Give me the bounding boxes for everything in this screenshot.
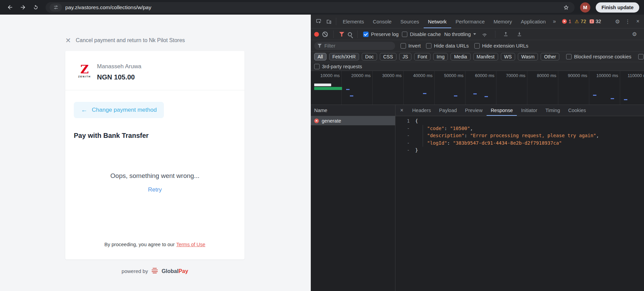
settings-gear-icon[interactable]: ⚙ <box>613 17 622 26</box>
third-party-requests-label: 3rd-party requests <box>322 64 362 69</box>
hide-extension-urls-checkbox[interactable]: Hide extension URLs <box>474 43 528 49</box>
json-close-brace: } <box>415 147 418 153</box>
line-number: - <box>395 147 415 154</box>
detail-tab-preview[interactable]: Preview <box>461 105 487 116</box>
throttling-dropdown[interactable]: No throttling <box>444 32 476 37</box>
chip-doc[interactable]: Doc <box>362 53 377 60</box>
site-settings-icon[interactable] <box>50 3 62 12</box>
hide-data-urls-checkbox[interactable]: Hide data URLs <box>426 43 469 49</box>
preserve-log-checkbox[interactable]: Preserve log <box>363 32 399 37</box>
filter-input-box[interactable] <box>314 42 395 50</box>
chip-all[interactable]: All <box>314 53 326 60</box>
timeline-column: 90000 ms <box>558 71 589 105</box>
errors-badge[interactable]: 1 <box>562 19 571 24</box>
blocked-requests-checkbox[interactable]: Blocked requests <box>638 54 644 59</box>
request-detail-panel: × Headers Payload Preview Response Initi… <box>395 105 644 291</box>
export-har-icon[interactable] <box>514 30 525 39</box>
chip-img[interactable]: Img <box>433 53 448 60</box>
third-party-requests-checkbox[interactable]: 3rd-party requests <box>314 64 362 69</box>
devtools-tab-network[interactable]: Network <box>424 15 451 28</box>
blocked-response-cookies-checkbox[interactable]: Blocked response cookies <box>566 54 631 59</box>
issues-badge[interactable]: 32 <box>590 19 601 24</box>
network-settings: ⚙ <box>630 30 641 39</box>
timeline-label: 50000 ms <box>444 73 463 78</box>
profile-avatar[interactable]: M <box>580 2 590 13</box>
filter-input[interactable] <box>324 43 392 49</box>
table-row-generate[interactable]: generate <box>311 116 395 125</box>
url-bar[interactable]: pay.zivastores.com/collections/w/pay <box>46 2 575 13</box>
devtools-tab-memory[interactable]: Memory <box>489 15 516 28</box>
devtools-tab-sources[interactable]: Sources <box>396 15 424 28</box>
hide-extension-urls-label: Hide extension URLs <box>482 43 528 49</box>
devtools-tab-application[interactable]: Application <box>516 15 550 28</box>
forward-icon[interactable] <box>17 2 29 13</box>
divider <box>336 18 336 25</box>
detail-tab-payload[interactable]: Payload <box>435 105 461 116</box>
json-key: "description" <box>427 133 464 138</box>
chip-font[interactable]: Font <box>414 53 430 60</box>
powered-by-label: powered by <box>122 268 148 274</box>
devtools-tab-elements[interactable]: Elements <box>338 15 369 28</box>
request-error-icon <box>314 119 319 123</box>
import-har-icon[interactable] <box>501 30 511 39</box>
finish-update-button[interactable]: Finish update <box>596 2 639 13</box>
detail-tab-timing[interactable]: Timing <box>541 105 564 116</box>
network-settings-gear-icon[interactable]: ⚙ <box>630 30 639 39</box>
warnings-badge[interactable]: ⚠ 72 <box>575 19 586 24</box>
kebab-menu-icon[interactable]: ⋮ <box>623 17 632 26</box>
chip-ws[interactable]: WS <box>501 53 515 60</box>
record-network-log-button[interactable] <box>314 32 319 37</box>
detail-tab-cookies[interactable]: Cookies <box>564 105 590 116</box>
cancel-payment-link[interactable]: ✕ Cancel payment and return to Nk Pilot … <box>65 37 185 44</box>
devtools-tab-console[interactable]: Console <box>369 15 396 28</box>
disable-cache-checkbox[interactable]: Disable cache <box>402 32 441 37</box>
clear-network-log-icon[interactable] <box>322 32 328 37</box>
network-timeline-overview[interactable]: 10000 ms 20000 ms 30000 ms 40000 ms 5000… <box>311 71 644 105</box>
retry-link[interactable]: Retry <box>148 186 162 193</box>
detail-tab-response[interactable]: Response <box>487 105 517 116</box>
detail-tab-initiator[interactable]: Initiator <box>517 105 541 116</box>
filter-icon <box>318 44 322 48</box>
filter-toggle-icon[interactable] <box>339 32 344 37</box>
issues-count: 32 <box>596 19 601 24</box>
checkbox-unchecked-icon <box>401 43 406 49</box>
indent-guide <box>423 125 423 147</box>
chip-fetch-xhr[interactable]: Fetch/XHR <box>329 53 359 60</box>
inspect-element-icon[interactable] <box>313 17 324 26</box>
chip-other[interactable]: Other <box>541 53 559 60</box>
reload-icon[interactable] <box>30 2 41 13</box>
warning-icon: ⚠ <box>575 19 579 24</box>
merchant-header: Z ZENITH Manasseh Aruwa NGN 105.00 <box>65 51 244 90</box>
change-payment-method-button[interactable]: ← Change payment method <box>74 102 164 118</box>
json-value: "Error processing request, please try ag… <box>470 133 596 138</box>
json-separator: : <box>464 133 470 138</box>
resource-type-chips: All Fetch/XHR Doc CSS JS Font Img Media … <box>311 52 644 62</box>
close-detail-icon[interactable]: × <box>395 107 408 113</box>
bookmark-star-icon[interactable] <box>562 4 571 11</box>
chip-wasm[interactable]: Wasm <box>518 53 538 60</box>
timeline-request-dash <box>454 95 457 96</box>
timeline-label: 100000 ms <box>596 73 618 78</box>
device-toolbar-icon[interactable] <box>324 17 334 26</box>
chip-js[interactable]: JS <box>399 53 411 60</box>
devtools-tab-performance[interactable]: Performance <box>451 15 489 28</box>
name-column-header[interactable]: Name <box>311 105 395 116</box>
timeline-label: 70000 ms <box>506 73 525 78</box>
timeline-column: 50000 ms <box>435 71 465 105</box>
detail-tab-headers[interactable]: Headers <box>408 105 435 116</box>
more-tabs-icon[interactable]: » <box>550 18 559 24</box>
network-conditions-icon[interactable] <box>479 30 490 39</box>
chip-media[interactable]: Media <box>451 53 470 60</box>
issues-icon <box>590 19 594 23</box>
terms-of-use-link[interactable]: Terms of Use <box>176 242 205 247</box>
chip-css[interactable]: CSS <box>380 53 396 60</box>
chip-manifest[interactable]: Manifest <box>473 53 498 60</box>
invert-checkbox[interactable]: Invert <box>401 43 421 49</box>
close-devtools-icon[interactable]: × <box>633 17 643 26</box>
devtools-tabbar: Elements Console Sources Network Perform… <box>311 15 644 29</box>
timeline-label: 40000 ms <box>413 73 433 78</box>
search-icon[interactable] <box>348 32 352 36</box>
timeline-request-dash <box>423 93 426 94</box>
back-icon[interactable] <box>4 2 16 13</box>
url-text[interactable]: pay.zivastores.com/collections/w/pay <box>65 4 558 11</box>
